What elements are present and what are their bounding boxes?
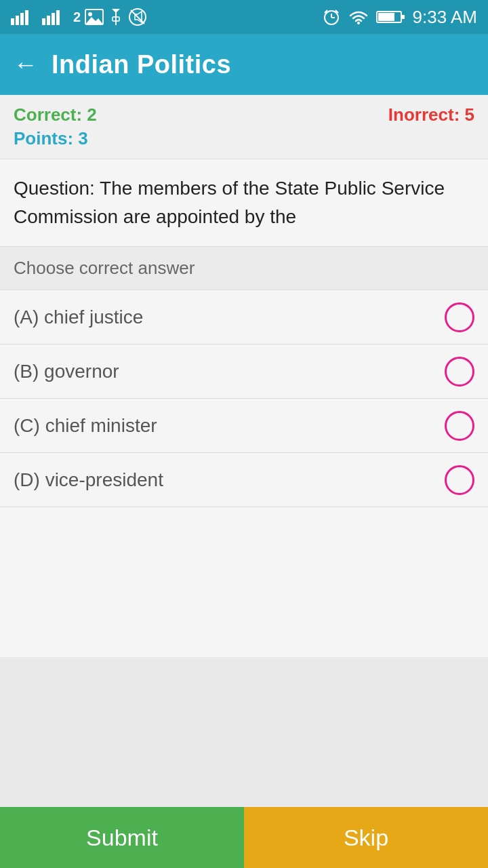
submit-button[interactable]: Submit <box>0 807 244 868</box>
incorrect-count: Inorrect: 5 <box>388 104 474 125</box>
mute-icon <box>128 7 147 26</box>
svg-rect-7 <box>56 10 60 25</box>
back-button[interactable]: ← <box>14 50 38 79</box>
svg-rect-2 <box>20 13 24 25</box>
score-bar: Correct: 2 Points: 3 Inorrect: 5 <box>0 95 488 159</box>
sim-number: 2 <box>73 9 81 25</box>
status-time: 9:33 AM <box>413 7 477 28</box>
svg-rect-24 <box>401 15 405 19</box>
svg-rect-0 <box>11 18 14 25</box>
instruction-label: Choose correct answer <box>0 247 488 290</box>
option-c-label: (C) chief minister <box>14 415 157 437</box>
page-title: Indian Politics <box>52 50 231 79</box>
battery-icon <box>376 9 406 25</box>
svg-rect-4 <box>42 18 45 25</box>
question-text: Question: The members of the State Publi… <box>14 178 445 227</box>
option-b-radio[interactable] <box>445 357 474 387</box>
option-b[interactable]: (B) governor <box>0 344 488 399</box>
question-section: Question: The members of the State Publi… <box>0 159 488 247</box>
svg-rect-6 <box>52 13 55 25</box>
option-a-radio[interactable] <box>445 302 474 332</box>
options-container: (A) chief justice (B) governor (C) chief… <box>0 290 488 657</box>
correct-count: Correct: 2 <box>14 104 97 125</box>
status-bar-right: 9:33 AM <box>322 7 477 28</box>
svg-point-9 <box>88 12 92 16</box>
points-count: Points: 3 <box>14 128 97 149</box>
option-d-label: (D) vice-president <box>14 469 163 491</box>
option-a[interactable]: (A) chief justice <box>0 290 488 344</box>
svg-rect-3 <box>25 10 28 25</box>
score-left: Correct: 2 Points: 3 <box>14 104 97 149</box>
bottom-bar: Submit Skip <box>0 807 488 868</box>
instruction-text: Choose correct answer <box>14 258 195 278</box>
svg-point-21 <box>357 22 360 24</box>
wifi-icon <box>348 7 369 26</box>
usb-icon <box>108 7 124 26</box>
svg-marker-12 <box>112 9 120 13</box>
svg-rect-23 <box>378 13 394 21</box>
svg-rect-5 <box>47 16 50 25</box>
status-bar: 2 <box>0 0 488 34</box>
option-d[interactable]: (D) vice-president <box>0 453 488 507</box>
status-bar-left: 2 <box>11 7 147 26</box>
skip-button[interactable]: Skip <box>244 807 488 868</box>
signal-icon <box>11 9 38 25</box>
app-header: ← Indian Politics <box>0 34 488 95</box>
empty-area <box>0 657 488 807</box>
option-c-radio[interactable] <box>445 411 474 441</box>
svg-line-15 <box>131 10 144 24</box>
image-icon <box>85 9 104 25</box>
svg-rect-1 <box>16 16 19 25</box>
alarm-icon <box>322 7 341 26</box>
option-a-label: (A) chief justice <box>14 307 143 328</box>
option-d-radio[interactable] <box>445 465 474 495</box>
option-c[interactable]: (C) chief minister <box>0 399 488 453</box>
option-b-label: (B) governor <box>14 361 119 382</box>
svg-marker-10 <box>85 17 103 24</box>
signal-icon-2 <box>42 9 69 25</box>
